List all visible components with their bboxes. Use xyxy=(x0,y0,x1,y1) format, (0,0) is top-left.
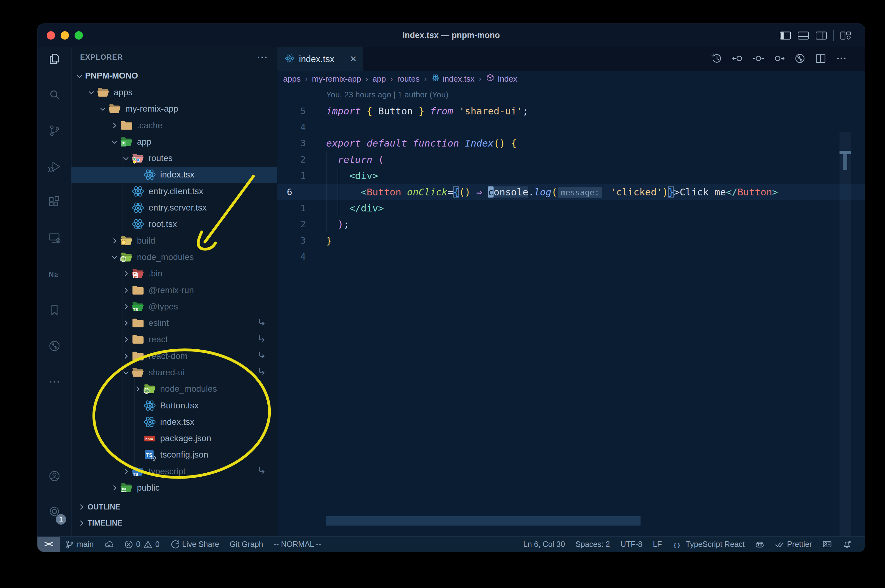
tree-item-app[interactable]: app xyxy=(71,134,277,150)
breadcrumb-item-apps[interactable]: apps xyxy=(283,74,301,84)
svg-text:JS: JS xyxy=(122,258,125,261)
tree-item-routes[interactable]: routes xyxy=(71,150,277,166)
activity-item-search[interactable] xyxy=(38,78,71,114)
status-item-eol[interactable]: LF xyxy=(648,537,667,552)
status-item-cursor-position[interactable]: Ln 6, Col 30 xyxy=(518,537,570,552)
status-item-copilot[interactable] xyxy=(750,537,769,552)
activity-item-remote-explorer[interactable] xyxy=(38,221,71,257)
activity-item-run-and-debug[interactable] xyxy=(38,149,71,185)
tree-item-my-remix-app[interactable]: my-remix-app xyxy=(71,101,277,117)
status-item-prettier[interactable]: Prettier xyxy=(769,537,817,552)
split-editor-icon[interactable] xyxy=(814,52,827,66)
code-editor[interactable]: You, 23 hours ago | 1 author (You)5impor… xyxy=(277,87,865,536)
activity-item-source-control[interactable] xyxy=(38,114,71,149)
status-item-sync[interactable] xyxy=(99,537,119,552)
status-label: Live Share xyxy=(182,540,220,549)
activity-item-manage[interactable]: 1 xyxy=(38,494,71,530)
layout-sidebar-left-icon[interactable] xyxy=(780,31,791,40)
vertical-scrollbar[interactable] xyxy=(840,132,850,536)
tab-close-icon[interactable]: ✕ xyxy=(350,54,357,64)
status-item-git-branch[interactable]: main xyxy=(60,537,99,552)
activity-item-accounts[interactable] xyxy=(38,459,71,494)
tree-item-node-modules[interactable]: JSnode_modules xyxy=(71,249,277,265)
next-change-icon[interactable] xyxy=(773,52,786,66)
react-icon xyxy=(131,185,144,198)
status-item-notifications[interactable] xyxy=(837,537,857,552)
tree-item-react[interactable]: react xyxy=(71,332,277,348)
horizontal-scrollbar[interactable] xyxy=(326,516,641,525)
status-item-indentation[interactable]: Spaces: 2 xyxy=(570,537,615,552)
tree-item-button-tsx[interactable]: Button.tsx xyxy=(71,397,277,414)
bell-dot-icon xyxy=(842,540,852,549)
tree-item-typescript[interactable]: TStypescript xyxy=(71,463,277,480)
tree-item--types[interactable]: TS@types xyxy=(71,298,277,315)
status-item-problems[interactable]: 00 xyxy=(119,537,165,552)
timeline-history-icon[interactable] xyxy=(711,52,723,66)
sidebar-section-timeline[interactable]: TIMELINE xyxy=(71,515,277,531)
status-item-vim-mode[interactable]: -- NORMAL -- xyxy=(268,537,326,552)
symlink-icon xyxy=(257,351,266,362)
folder-public-icon xyxy=(120,482,133,494)
tree-item-entry-server-tsx[interactable]: entry.server.tsx xyxy=(71,200,277,216)
tab-index-tsx[interactable]: index.tsx ✕ xyxy=(277,47,363,71)
previous-change-icon[interactable] xyxy=(731,52,744,66)
tree-item-entry-client-tsx[interactable]: entry.client.tsx xyxy=(71,183,277,200)
sidebar-section-outline[interactable]: OUTLINE xyxy=(71,499,277,515)
tree-item-label: entry.server.tsx xyxy=(149,203,207,213)
activity-item-explorer[interactable] xyxy=(38,42,71,78)
breadcrumb-item-routes[interactable]: routes xyxy=(397,74,420,84)
tree-item-label: tsconfig.json xyxy=(160,450,209,460)
tree-item-public[interactable]: public xyxy=(71,480,277,496)
activity-item-more[interactable] xyxy=(38,364,71,400)
workspace-root-pnpm-mono[interactable]: PNPM-MONO xyxy=(71,68,277,84)
activity-item-extensions[interactable] xyxy=(38,185,71,221)
tree-item-react-dom[interactable]: react-dom xyxy=(71,348,277,364)
code-text: <Button onClick={() ⇒ console.log(messag… xyxy=(326,186,778,198)
breadcrumb-item-index[interactable]: Index xyxy=(486,74,518,84)
tree-item-label: shared-ui xyxy=(149,368,185,378)
activity-item-gitlens[interactable] xyxy=(38,328,71,364)
tree-item-index-tsx[interactable]: index.tsx xyxy=(71,414,277,430)
layout-panel-icon[interactable] xyxy=(798,31,809,40)
breadcrumb-item-index-tsx[interactable]: index.tsx xyxy=(431,74,475,84)
inlay-hint: message: xyxy=(558,187,602,198)
breadcrumb-label: app xyxy=(373,74,386,84)
chevron-closed-icon xyxy=(120,335,131,344)
tree-item--bin[interactable]: 0110.bin xyxy=(71,266,277,282)
git-blame-codelens[interactable]: You, 23 hours ago | 1 author (You) xyxy=(326,90,449,99)
status-item-feedback[interactable] xyxy=(817,537,837,552)
blame-row: You, 23 hours ago | 1 author (You) xyxy=(277,87,865,103)
breadcrumb-separator: › xyxy=(423,74,427,84)
layout-customize-icon[interactable] xyxy=(840,31,852,40)
traffic-light-zoom[interactable] xyxy=(75,31,83,40)
tree-item-root-tsx[interactable]: root.tsx xyxy=(71,216,277,232)
status-item-git-graph[interactable]: Git Graph xyxy=(224,537,268,552)
code-line: 2 return ( xyxy=(277,152,865,168)
status-item-live-share[interactable]: Live Share xyxy=(165,537,225,552)
sidebar-more-actions-button[interactable]: ··· xyxy=(257,54,268,61)
open-changes-icon[interactable] xyxy=(752,52,765,66)
status-item-language-mode[interactable]: { }TypeScript React xyxy=(667,537,750,552)
commit-graph-icon[interactable] xyxy=(794,52,806,66)
activity-item-nx-console[interactable]: N≥ xyxy=(38,257,71,293)
activity-item-bookmarks[interactable] xyxy=(38,293,71,328)
status-item-encoding[interactable]: UTF-8 xyxy=(615,537,648,552)
tree-item-eslint[interactable]: eslint xyxy=(71,315,277,331)
status-item-remote-indicator[interactable]: >< xyxy=(38,537,60,552)
more-actions-icon[interactable] xyxy=(835,52,847,66)
tree-item-package-json[interactable]: npmpackage.json xyxy=(71,430,277,447)
traffic-light-close[interactable] xyxy=(47,31,55,40)
tree-item-apps[interactable]: apps xyxy=(71,84,277,100)
tree-item-tsconfig-json[interactable]: TStsconfig.json xyxy=(71,447,277,463)
tree-item-shared-ui[interactable]: shared-ui xyxy=(71,364,277,381)
tree-item-build[interactable]: build xyxy=(71,232,277,249)
breadcrumb-separator: › xyxy=(304,74,308,84)
tree-item-index-tsx[interactable]: index.tsx xyxy=(71,166,277,183)
tree-item-node-modules[interactable]: JSnode_modules xyxy=(71,381,277,397)
traffic-light-minimize[interactable] xyxy=(61,31,69,40)
breadcrumb-item-my-remix-app[interactable]: my-remix-app xyxy=(312,74,361,84)
tree-item--remix-run[interactable]: @remix-run xyxy=(71,282,277,298)
breadcrumb-item-app[interactable]: app xyxy=(373,74,386,84)
tree-item--cache[interactable]: .cache xyxy=(71,117,277,134)
layout-sidebar-right-icon[interactable] xyxy=(815,31,827,40)
